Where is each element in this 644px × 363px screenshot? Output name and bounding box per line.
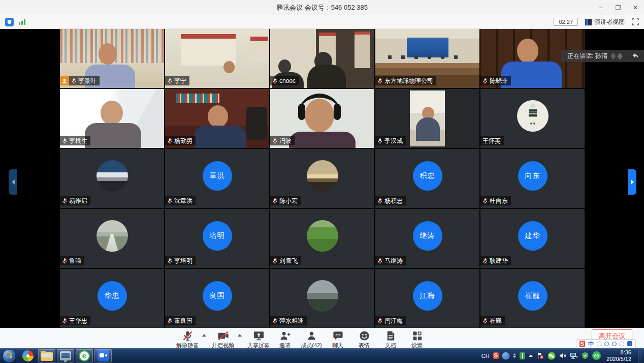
participant-tile[interactable]: 继涛 马继涛 — [375, 209, 479, 268]
network-signal-icon[interactable] — [19, 19, 25, 25]
participant-avatar: 章洪 — [203, 161, 232, 191]
ime-toolbar: S 中 — [576, 339, 636, 348]
ime-keyboard-icon[interactable] — [620, 342, 624, 346]
volume-icon[interactable] — [559, 352, 566, 359]
participant-tile[interactable]: 崔巍 崔巍 — [480, 269, 585, 328]
taskbar-display-settings[interactable] — [57, 349, 74, 362]
close-button[interactable]: ✕ — [627, 0, 644, 15]
chat-bubble-icon — [332, 330, 344, 342]
participant-label: 刘雪飞 — [270, 256, 301, 265]
participant-name: 陈晓非 — [490, 76, 508, 85]
network-monitor-icon[interactable] — [570, 352, 578, 359]
participant-tile[interactable]: 积忠 杨积忠 — [375, 149, 479, 208]
taskbar-browser[interactable]: e — [76, 349, 93, 362]
speaker-view-button[interactable]: 演讲者视图 — [585, 18, 625, 26]
invite-button[interactable]: 邀请 — [273, 330, 297, 349]
next-page-arrow[interactable] — [628, 169, 636, 195]
action-center-flag-icon[interactable] — [536, 352, 544, 359]
participant-tile[interactable]: 季汉成 — [375, 89, 479, 148]
restore-button[interactable]: ❐ — [609, 0, 627, 15]
participant-tile[interactable]: 江梅 闫江梅 — [375, 269, 479, 328]
participant-tile[interactable]: 建华 耿建华 — [480, 209, 585, 268]
ime-toolbox-icon[interactable] — [627, 341, 632, 346]
security-shield-icon[interactable] — [582, 352, 589, 359]
previous-page-arrow[interactable] — [9, 169, 17, 195]
docs-button[interactable]: 文档 — [379, 330, 402, 349]
participant-tile[interactable]: 章洪 沈章洪 — [165, 149, 269, 208]
participant-tile[interactable]: 刘雪飞 — [270, 209, 374, 268]
ime-punctuation-icon[interactable] — [597, 342, 601, 346]
fullscreen-icon[interactable] — [632, 18, 639, 25]
participant-tile[interactable]: 萍水相逢 — [270, 269, 374, 328]
taskbar-clock[interactable]: 8:36 2020/5/12 — [606, 349, 631, 362]
participant-tile[interactable]: 培明 李培明 — [165, 209, 269, 268]
folder-icon — [41, 352, 53, 361]
participant-avatar: 积忠 — [413, 161, 442, 191]
start-video-expand-caret[interactable] — [238, 334, 242, 337]
window-controls: – ❐ ✕ — [592, 0, 644, 15]
tencent-meeting-window: 腾讯会议 会议号：546 052 385 – ❐ ✕ 02:27 演讲者视图 — [0, 0, 644, 363]
participant-label: 王华忠 — [60, 316, 90, 325]
host-person-icon — [61, 78, 68, 84]
ime-voice-icon[interactable] — [612, 342, 617, 346]
wechat-icon[interactable] — [548, 352, 556, 360]
participant-tile[interactable]: cnooc — [270, 29, 374, 88]
start-video-button[interactable]: 开启视频 — [211, 330, 235, 349]
meeting-security-shield-icon[interactable] — [5, 18, 14, 26]
unmute-expand-caret[interactable] — [202, 334, 206, 337]
health-score-icon[interactable]: 69 — [592, 351, 601, 360]
chat-button[interactable]: 聊天 — [326, 330, 349, 349]
taskbar-pinwheel-app[interactable] — [19, 349, 37, 362]
taskbar-file-explorer[interactable] — [38, 349, 55, 362]
participant-tile[interactable]: 鲁强 — [60, 209, 164, 268]
avatar-initials: 江梅 — [420, 291, 435, 300]
windows-taskbar: e CH S 69 8:36 2020/5/12 — [0, 348, 644, 363]
participant-tile[interactable]: 李根生 — [60, 89, 164, 148]
mic-muted-icon — [62, 258, 68, 264]
sogou-ime-logo-icon[interactable]: S — [579, 341, 585, 347]
emoji-button[interactable]: 表情 — [352, 330, 376, 349]
jump-to-speaker-icon[interactable] — [632, 53, 639, 59]
usb-device-icon[interactable] — [520, 352, 525, 359]
taskbar-tencent-meeting[interactable] — [94, 349, 112, 362]
ime-emoji-icon[interactable] — [604, 342, 609, 346]
members-button[interactable]: 成员(42) — [300, 330, 323, 349]
share-screen-button[interactable]: 共享屏幕 — [247, 330, 270, 349]
participant-tile[interactable]: 华忠 王华忠 — [60, 269, 164, 328]
participant-tile[interactable]: 东方地球物理公司 — [375, 29, 479, 88]
show-desktop-button[interactable] — [638, 348, 642, 363]
participant-tile[interactable]: 王怀英 — [480, 89, 585, 148]
participant-tile[interactable]: 冯波 — [270, 89, 374, 148]
globe-network-icon[interactable] — [502, 352, 509, 359]
sogou-ime-tray-icon[interactable]: S — [493, 352, 499, 359]
logo-diamond-icon — [610, 52, 616, 60]
participant-name: 李根生 — [69, 136, 87, 145]
title-bar: 腾讯会议 会议号：546 052 385 – ❐ ✕ — [0, 0, 644, 15]
avatar-initials: 崔巍 — [525, 291, 540, 300]
ime-language-mode[interactable]: 中 — [588, 340, 594, 348]
minimize-button[interactable]: – — [592, 0, 609, 15]
participant-tile[interactable]: 易维启 — [60, 149, 164, 208]
emoji-smiley-icon — [359, 330, 370, 342]
participant-tile[interactable]: 李景叶 — [60, 29, 164, 88]
mic-muted-icon — [62, 198, 68, 204]
divider — [627, 53, 627, 59]
unmute-button[interactable]: 解除静音 — [176, 330, 199, 349]
show-hidden-icons-button[interactable] — [529, 354, 533, 357]
participant-tile[interactable]: 李宁 — [165, 29, 269, 88]
input-language-indicator[interactable]: CH — [481, 353, 490, 359]
participant-tile[interactable]: 良国 董良国 — [165, 269, 269, 328]
browser-e-icon: e — [79, 350, 90, 361]
participant-tile[interactable]: 陈小宏 — [270, 149, 374, 208]
up-down-arrows-icon[interactable] — [513, 353, 516, 358]
speaking-toast: 正在讲话: 孙清 — [561, 50, 644, 62]
start-button[interactable] — [3, 350, 15, 362]
participant-label: 李景叶 — [60, 76, 100, 85]
participant-avatar-photo — [307, 280, 338, 312]
participant-name: 王华忠 — [69, 316, 87, 325]
participant-tile[interactable]: 杨勤勇 — [165, 89, 269, 148]
participant-tile[interactable]: 向东 杜向东 — [480, 149, 585, 208]
participant-avatar: 崔巍 — [518, 281, 548, 311]
participant-name: 王怀英 — [482, 136, 501, 145]
settings-button[interactable]: 设置 — [405, 330, 429, 349]
